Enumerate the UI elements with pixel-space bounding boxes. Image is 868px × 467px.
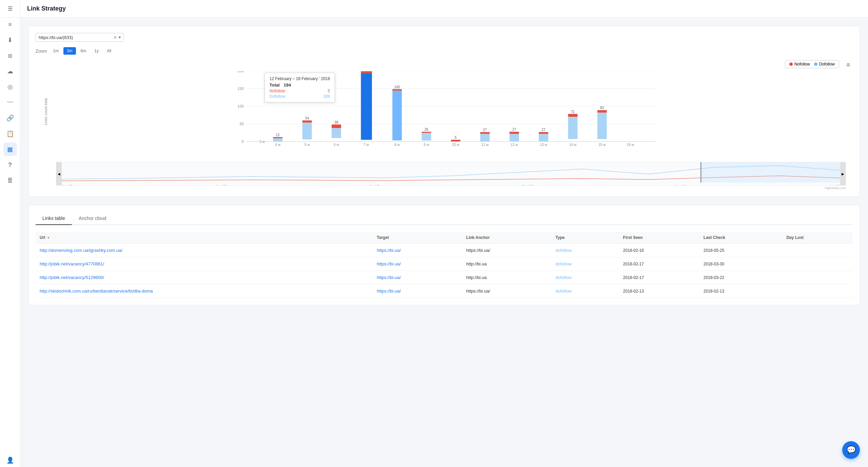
- svg-text:5 w: 5 w: [304, 143, 310, 147]
- sidebar-item-links[interactable]: 🔗: [3, 111, 17, 125]
- svg-rect-35: [451, 140, 460, 142]
- svg-text:7 w: 7 w: [363, 143, 369, 147]
- document-icon: 📋: [6, 130, 14, 137]
- chain-icon: 🔗: [6, 114, 14, 122]
- sidebar-item-help[interactable]: ?: [3, 158, 17, 172]
- sidebar-item-trends[interactable]: 〰: [3, 96, 17, 109]
- legend-nofollow: Nofollow: [789, 62, 810, 67]
- table-row: http://jobik.net/vacancy/4770861/ https:…: [36, 257, 853, 271]
- url-input[interactable]: [39, 35, 113, 40]
- tooltip-dofollow-label: Dofollow: [270, 94, 285, 99]
- svg-rect-15: [302, 123, 312, 139]
- signal-icon: ◎: [7, 83, 13, 91]
- chat-button[interactable]: 💬: [842, 441, 860, 459]
- svg-rect-31: [422, 133, 431, 141]
- legend: Nofollow Dofollow: [785, 60, 839, 68]
- svg-text:50: 50: [240, 122, 244, 126]
- zoom-1m-button[interactable]: 1m: [50, 47, 62, 55]
- tab-links-table[interactable]: Links table: [36, 212, 72, 225]
- sidebar-item-document[interactable]: 📋: [3, 127, 17, 141]
- svg-rect-38: [480, 134, 490, 142]
- url-cell: http://skidochnik.com.ua/ru/berdiansk/se…: [36, 284, 373, 298]
- svg-rect-24: [361, 71, 372, 73]
- chat-icon: 💬: [847, 446, 856, 454]
- tooltip-dofollow-row: Dofollow 189: [270, 94, 330, 99]
- svg-text:145: 145: [394, 85, 400, 89]
- reports-icon: ≣: [7, 177, 13, 184]
- mini-label-apr17: Apr '17: [216, 185, 226, 186]
- url-link[interactable]: http://jobik.net/vacancy/5129600/: [40, 275, 104, 280]
- anchor-cell: https://bi.ua/: [462, 244, 552, 257]
- type-cell: dofollow: [551, 284, 619, 298]
- sidebar-item-signal[interactable]: ◎: [3, 80, 17, 94]
- svg-text:27: 27: [512, 128, 516, 131]
- target-link[interactable]: https://bi.ua/: [377, 261, 401, 266]
- target-link[interactable]: https://bi.ua/: [377, 275, 401, 280]
- tooltip-nofollow-label: Nofollow: [270, 89, 285, 93]
- svg-text:10 w: 10 w: [452, 143, 459, 147]
- svg-rect-50: [568, 117, 577, 139]
- url-cell: http://domenolog.com.ua/igrashky.com.ua/: [36, 244, 373, 257]
- url-clear-button[interactable]: ✕: [113, 35, 117, 40]
- svg-rect-55: [597, 110, 607, 113]
- target-link[interactable]: https://bi.ua/: [377, 248, 401, 253]
- svg-text:12: 12: [276, 133, 280, 137]
- svg-rect-43: [510, 132, 519, 134]
- url-link[interactable]: http://domenolog.com.ua/igrashky.com.ua/: [40, 248, 122, 253]
- zoom-all-button[interactable]: All: [103, 47, 115, 55]
- sidebar-item-reports[interactable]: ≣: [3, 174, 17, 187]
- trends-icon: 〰: [7, 99, 13, 106]
- zoom-1y-button[interactable]: 1y: [91, 47, 102, 55]
- svg-text:8 w: 8 w: [394, 143, 400, 147]
- sidebar-item-download[interactable]: ⬇: [3, 33, 17, 47]
- sidebar-item-user[interactable]: 👤: [3, 453, 17, 467]
- sidebar-item-cloud[interactable]: ☁: [3, 64, 17, 78]
- zoom-label: Zoom: [36, 49, 47, 54]
- anchor-cell: http://bi.ua: [462, 257, 552, 271]
- highcharts-credit: Highcharts.com: [56, 186, 846, 190]
- svg-rect-54: [597, 113, 607, 139]
- svg-rect-16: [302, 120, 312, 123]
- target-cell: https://bi.ua/: [373, 284, 462, 298]
- url-cell: http://jobik.net/vacancy/4770861/: [36, 257, 373, 271]
- chart-menu-button[interactable]: ≡: [844, 60, 853, 70]
- download-icon: ⬇: [7, 36, 13, 44]
- url-link[interactable]: http://jobik.net/vacancy/4770861/: [40, 261, 104, 266]
- day-lost-cell: [782, 257, 853, 271]
- url-input-wrapper[interactable]: ✕ ▾: [36, 33, 124, 42]
- day-lost-cell: [782, 271, 853, 284]
- zoom-6m-button[interactable]: 6m: [77, 47, 90, 55]
- svg-rect-46: [539, 134, 548, 142]
- legend-dofollow: Dofollow: [814, 62, 835, 67]
- sidebar-item-bar-chart[interactable]: ▦: [3, 143, 17, 156]
- day-lost-cell: [782, 284, 853, 298]
- hamburger-button[interactable]: ☰: [0, 0, 20, 18]
- col-anchor: Link Anchor: [462, 232, 552, 244]
- svg-rect-32: [422, 132, 431, 133]
- url-link[interactable]: http://skidochnik.com.ua/ru/berdiansk/se…: [40, 288, 153, 294]
- mini-chart: Jan '17 Apr '17 Jul '17 Oct '17 Jan '18 …: [56, 162, 846, 186]
- svg-rect-39: [480, 132, 490, 134]
- table-row: http://domenolog.com.ua/igrashky.com.ua/…: [36, 244, 853, 257]
- svg-text:27: 27: [541, 128, 546, 132]
- cloud-icon: ☁: [7, 68, 13, 75]
- url-dropdown-icon[interactable]: ▾: [119, 35, 121, 40]
- url-bar: ✕ ▾: [36, 33, 853, 42]
- svg-text:82: 82: [600, 106, 604, 110]
- tab-anchor-cloud[interactable]: Anchor cloud: [72, 212, 113, 225]
- col-type: Type: [551, 232, 619, 244]
- first-seen-cell: 2018-02-16: [619, 244, 699, 257]
- svg-rect-11: [273, 138, 282, 142]
- target-cell: https://bi.ua/: [373, 244, 462, 257]
- scroll-left-button[interactable]: ◀: [56, 162, 62, 185]
- scroll-right-button[interactable]: ▶: [840, 162, 846, 185]
- svg-text:4 w: 4 w: [275, 143, 281, 147]
- sidebar-item-menu[interactable]: ≡: [3, 18, 17, 31]
- svg-text:27: 27: [483, 128, 487, 132]
- sidebar-item-grid[interactable]: ⊞: [3, 49, 17, 62]
- svg-text:25: 25: [425, 128, 429, 131]
- target-link[interactable]: https://bi.ua/: [377, 288, 401, 294]
- svg-rect-20: [332, 125, 341, 128]
- svg-text:38: 38: [334, 120, 338, 124]
- zoom-3m-button[interactable]: 3m: [63, 47, 76, 55]
